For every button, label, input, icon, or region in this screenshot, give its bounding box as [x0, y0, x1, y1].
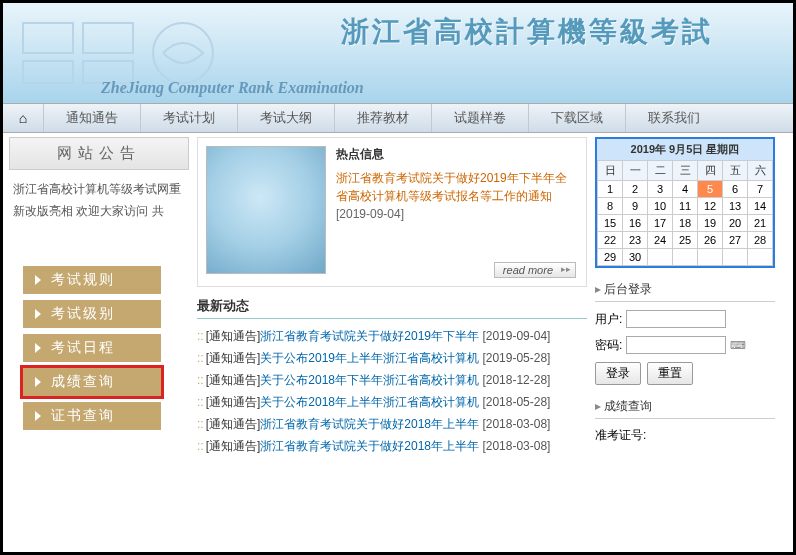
nav-item-2[interactable]: 考试大纲 [237, 104, 334, 132]
cal-day[interactable]: 21 [748, 215, 773, 232]
news-item[interactable]: [通知通告]浙江省教育考试院关于做好2019年下半年 [2019-09-04] [197, 325, 587, 347]
calendar: 2019年 9月5日 星期四 日一二三四五六123456789101112131… [595, 137, 775, 268]
hot-heading: 热点信息 [336, 146, 578, 163]
cal-day[interactable]: 27 [723, 232, 748, 249]
cal-day[interactable]: 17 [648, 215, 673, 232]
nav-item-6[interactable]: 联系我们 [625, 104, 722, 132]
hot-date: [2019-09-04] [336, 207, 578, 221]
read-more-button[interactable]: read more [494, 262, 576, 278]
nav-item-4[interactable]: 试题样卷 [431, 104, 528, 132]
svg-rect-1 [23, 61, 73, 83]
news-item[interactable]: [通知通告]关于公布2018年上半年浙江省高校计算机 [2018-05-28] [197, 391, 587, 413]
svg-rect-0 [23, 23, 73, 53]
news-item[interactable]: [通知通告]浙江省教育考试院关于做好2018年上半年 [2018-03-08] [197, 413, 587, 435]
nav-item-3[interactable]: 推荐教材 [334, 104, 431, 132]
cal-day[interactable]: 5 [698, 181, 723, 198]
cal-day[interactable]: 13 [723, 198, 748, 215]
cal-day[interactable]: 10 [648, 198, 673, 215]
cal-weekday: 六 [748, 161, 773, 181]
pass-input[interactable] [626, 336, 726, 354]
cal-day[interactable]: 16 [623, 215, 648, 232]
nav-item-5[interactable]: 下载区域 [528, 104, 625, 132]
cal-day[interactable]: 9 [623, 198, 648, 215]
cal-day[interactable]: 28 [748, 232, 773, 249]
navbar: ⌂ 通知通告 考试计划 考试大纲 推荐教材 试题样卷 下载区域 联系我们 [3, 103, 793, 133]
login-heading: 后台登录 [595, 278, 775, 302]
sidebar-button-0[interactable]: 考试规则 [23, 266, 161, 294]
cal-day[interactable]: 20 [723, 215, 748, 232]
sidebar-panel-title: 网站公告 [9, 137, 189, 170]
score-field-label: 准考证号: [595, 427, 646, 444]
cal-day[interactable]: 6 [723, 181, 748, 198]
cal-day[interactable]: 29 [598, 249, 623, 266]
svg-rect-2 [83, 23, 133, 53]
cal-day[interactable]: 30 [623, 249, 648, 266]
banner-title-en: ZheJiang Computer Rank Examination [101, 79, 364, 97]
cal-day[interactable]: 25 [673, 232, 698, 249]
hot-body[interactable]: 浙江省教育考试院关于做好2019年下半年全省高校计算机等级考试报名等工作的通知 [336, 169, 578, 205]
nav-item-1[interactable]: 考试计划 [140, 104, 237, 132]
cal-day[interactable]: 7 [748, 181, 773, 198]
cal-day [748, 249, 773, 266]
cal-weekday: 日 [598, 161, 623, 181]
sidebar-button-4[interactable]: 证书查询 [23, 402, 161, 430]
news-item[interactable]: [通知通告]浙江省教育考试院关于做好2018年上半年 [2018-03-08] [197, 435, 587, 457]
calendar-header: 2019年 9月5日 星期四 [597, 139, 773, 160]
news-heading: 最新动态 [197, 297, 587, 319]
cal-day [723, 249, 748, 266]
cal-day[interactable]: 2 [623, 181, 648, 198]
announcement-box: 浙江省高校计算机等级考试网重 新改版亮相 欢迎大家访问 共 [9, 170, 189, 230]
cal-weekday: 二 [648, 161, 673, 181]
cal-day[interactable]: 18 [673, 215, 698, 232]
cal-day[interactable]: 19 [698, 215, 723, 232]
cal-day[interactable]: 11 [673, 198, 698, 215]
cal-day[interactable]: 12 [698, 198, 723, 215]
cal-day [673, 249, 698, 266]
keyboard-icon[interactable]: ⌨ [730, 339, 746, 352]
announce-line: 新改版亮相 欢迎大家访问 共 [13, 200, 185, 222]
banner: 浙江省高校計算機等級考試 ZheJiang Computer Rank Exam… [3, 3, 793, 103]
cal-day[interactable]: 22 [598, 232, 623, 249]
cal-day[interactable]: 23 [623, 232, 648, 249]
pass-label: 密码: [595, 337, 622, 354]
news-item[interactable]: [通知通告]关于公布2019年上半年浙江省高校计算机 [2019-05-28] [197, 347, 587, 369]
cal-weekday: 三 [673, 161, 698, 181]
hot-info-box: 热点信息 浙江省教育考试院关于做好2019年下半年全省高校计算机等级考试报名等工… [197, 137, 587, 287]
cal-day[interactable]: 24 [648, 232, 673, 249]
cal-weekday: 一 [623, 161, 648, 181]
cal-day [698, 249, 723, 266]
hot-image [206, 146, 326, 274]
score-heading: 成绩查询 [595, 395, 775, 419]
user-input[interactable] [626, 310, 726, 328]
user-label: 用户: [595, 311, 622, 328]
cal-day [648, 249, 673, 266]
sidebar-button-2[interactable]: 考试日程 [23, 334, 161, 362]
home-icon[interactable]: ⌂ [3, 110, 43, 126]
nav-item-0[interactable]: 通知通告 [43, 104, 140, 132]
cal-weekday: 四 [698, 161, 723, 181]
announce-line: 浙江省高校计算机等级考试网重 [13, 178, 185, 200]
sidebar-button-3[interactable]: 成绩查询 [23, 368, 161, 396]
cal-day[interactable]: 3 [648, 181, 673, 198]
cal-weekday: 五 [723, 161, 748, 181]
cal-day[interactable]: 26 [698, 232, 723, 249]
cal-day[interactable]: 14 [748, 198, 773, 215]
reset-button[interactable]: 重置 [647, 362, 693, 385]
cal-day[interactable]: 4 [673, 181, 698, 198]
login-button[interactable]: 登录 [595, 362, 641, 385]
sidebar-button-1[interactable]: 考试级别 [23, 300, 161, 328]
news-item[interactable]: [通知通告]关于公布2018年下半年浙江省高校计算机 [2018-12-28] [197, 369, 587, 391]
cal-day[interactable]: 8 [598, 198, 623, 215]
banner-title-cn: 浙江省高校計算機等級考試 [341, 13, 713, 51]
cal-day[interactable]: 15 [598, 215, 623, 232]
cal-day[interactable]: 1 [598, 181, 623, 198]
